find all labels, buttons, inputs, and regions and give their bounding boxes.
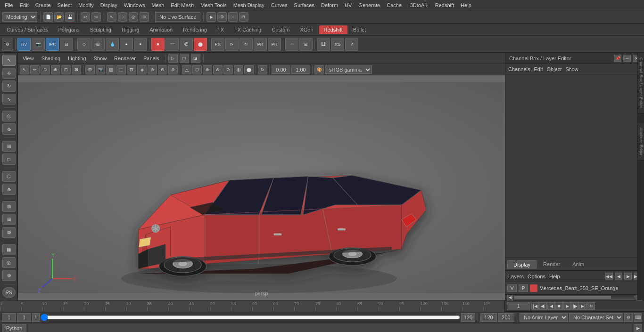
layer-icon-3[interactable]: ▶ xyxy=(624,273,632,280)
cb-pin-btn[interactable]: 📌 xyxy=(614,55,621,62)
scale-tool-lt[interactable]: ⤡ xyxy=(2,94,16,105)
menu-cache[interactable]: Cache xyxy=(384,1,405,9)
shelf-pr2-icon[interactable]: PR xyxy=(254,38,267,51)
vpi-snap[interactable]: ⊕ xyxy=(51,65,60,74)
layer-v-btn[interactable]: V xyxy=(507,284,517,292)
tab-xgen[interactable]: XGen xyxy=(295,25,318,34)
shelf-bowl-icon[interactable]: ⌓ xyxy=(285,38,298,51)
tab-curves-surfaces[interactable]: Curves / Surfaces xyxy=(2,25,52,34)
vpi-12[interactable]: ◈ xyxy=(137,65,147,74)
cb-minimize-btn[interactable]: ─ xyxy=(623,55,631,62)
vpi-select[interactable]: ↖ xyxy=(20,65,29,74)
vp-lighting-menu[interactable]: Lighting xyxy=(65,55,89,62)
shelf-refresh-icon[interactable]: ↻ xyxy=(239,38,253,51)
vpi-9[interactable]: ▩ xyxy=(106,65,116,74)
tool-lt-3[interactable]: ⊠ xyxy=(2,227,16,238)
snap-btn[interactable]: ⊕ xyxy=(140,12,149,22)
menu-help[interactable]: Help xyxy=(458,1,474,9)
render-view-btn[interactable]: ▶ xyxy=(206,12,216,22)
python-input[interactable] xyxy=(28,324,632,332)
menu-file[interactable]: File xyxy=(2,1,16,9)
tool-lt-5[interactable]: ◎ xyxy=(2,257,16,268)
shelf-star-icon[interactable]: ✦ xyxy=(134,38,147,51)
step-fwd-btn[interactable]: |▶ xyxy=(571,302,579,310)
tool-lt-1[interactable]: ⊛ xyxy=(2,184,16,195)
render-settings-btn[interactable]: ⚙ xyxy=(217,12,227,22)
vpi-lasso[interactable]: ⊙ xyxy=(41,65,50,74)
menu-edit[interactable]: Edit xyxy=(17,1,32,9)
vpi-colorspace-icon[interactable]: 🎨 xyxy=(314,65,324,74)
layer-p-btn[interactable]: P xyxy=(519,284,528,292)
shelf-rv-icon[interactable]: RV xyxy=(17,38,31,51)
vp-panels-menu[interactable]: Panels xyxy=(140,55,162,62)
vpi-15[interactable]: ⊜ xyxy=(168,65,178,74)
menu-windows[interactable]: Windows xyxy=(121,1,148,9)
vp-icon-1[interactable]: ▷ xyxy=(168,54,178,63)
sub-frame-input[interactable]: 1 xyxy=(32,313,40,322)
snap-lt[interactable]: ⊕ xyxy=(2,123,16,135)
vpi-18[interactable]: ⊗ xyxy=(203,65,212,74)
save-scene-btn[interactable]: 💾 xyxy=(65,12,74,22)
cb-nav-object[interactable]: Object xyxy=(546,66,561,72)
menu-redshift[interactable]: Redshift xyxy=(432,1,457,9)
vp-colorspace-select[interactable]: sRGB gamma xyxy=(325,65,372,74)
channel-box-edge-label[interactable]: Channel Box / Layer Editor xyxy=(637,53,644,113)
deform-lt[interactable]: ⊠ xyxy=(2,201,16,212)
tab-custom[interactable]: Custom xyxy=(267,25,295,34)
shelf-gear-icon[interactable]: ⚙ xyxy=(2,38,13,51)
vpi-14[interactable]: ⊙ xyxy=(158,65,167,74)
soft-select-lt[interactable]: ◎ xyxy=(2,111,16,122)
new-scene-btn[interactable]: 📄 xyxy=(43,12,53,22)
tool-lt-2[interactable]: ⊞ xyxy=(2,214,16,225)
tab-fx-caching[interactable]: FX Caching xyxy=(230,25,266,34)
menu-generate[interactable]: Generate xyxy=(355,1,383,9)
loop-btn[interactable]: ↻ xyxy=(587,302,595,310)
vpi-paint[interactable]: ✏ xyxy=(30,65,40,74)
grid-lt[interactable]: ⊞ xyxy=(2,141,16,152)
vp-icon-2[interactable]: ▢ xyxy=(180,54,189,63)
vpi-20[interactable]: ⊙ xyxy=(223,65,233,74)
menu-curves[interactable]: Curves xyxy=(268,1,290,9)
layer-row-0[interactable]: V P Mercedes_Benz_350_SE_Orange xyxy=(505,283,644,293)
vpi-5[interactable]: ⊡ xyxy=(61,65,71,74)
range-max-input[interactable] xyxy=(498,313,514,322)
shelf-pr3-icon[interactable]: PR xyxy=(268,38,281,51)
menu-select[interactable]: Select xyxy=(55,1,75,9)
no-live-surface-btn[interactable]: No Live Surface xyxy=(155,12,200,22)
tab-rigging[interactable]: Rigging xyxy=(117,25,144,34)
shelf-grid-icon[interactable]: ⊞ xyxy=(91,38,105,51)
camera-lt[interactable]: □ xyxy=(2,154,16,165)
vp-icon-3[interactable]: ◪ xyxy=(191,54,200,63)
shelf-table-icon[interactable]: ⊟ xyxy=(299,38,313,51)
bb-settings-btn[interactable]: ⚙ xyxy=(624,313,633,322)
mode-selector[interactable]: Modeling xyxy=(2,12,37,22)
vpi-poly[interactable]: △ xyxy=(182,65,191,74)
redo-btn[interactable]: ↪ xyxy=(91,12,101,22)
shelf-wave-icon[interactable]: 〰 xyxy=(165,38,179,51)
tab-sculpting[interactable]: Sculpting xyxy=(85,25,116,34)
menu-deform[interactable]: Deform xyxy=(318,1,341,9)
vp-input-1[interactable] xyxy=(272,65,290,74)
shelf-spiral-icon[interactable]: @ xyxy=(180,38,193,51)
cb-nav-edit[interactable]: Edit xyxy=(534,66,543,72)
shelf-rs-icon[interactable]: RS xyxy=(331,38,344,51)
menu-display[interactable]: Display xyxy=(98,1,120,9)
go-end-btn[interactable]: ▶| xyxy=(579,302,587,310)
vpi-10[interactable]: ⬚ xyxy=(116,65,126,74)
vpi-camera[interactable]: 📷 xyxy=(96,65,105,74)
play-fwd-btn[interactable]: ▶ xyxy=(563,302,571,310)
shelf-circle-icon[interactable]: ⬤ xyxy=(194,38,207,51)
tab-fx[interactable]: FX xyxy=(213,25,229,34)
shelf-question-icon[interactable]: ? xyxy=(345,38,358,51)
menu-mesh-tools[interactable]: Mesh Tools xyxy=(198,1,229,9)
menu-uv[interactable]: UV xyxy=(342,1,355,9)
layer-icon-1[interactable]: ◀◀ xyxy=(605,273,613,280)
vp-renderer-menu[interactable]: Renderer xyxy=(111,55,139,62)
options-btn[interactable]: Options xyxy=(528,274,545,279)
vpi-22[interactable]: ⬤ xyxy=(244,65,254,74)
redshift-lt[interactable]: RS xyxy=(2,287,16,298)
timeline-ruler[interactable]: 1510152025303540455055606570758085909510… xyxy=(0,300,505,312)
range-end-input[interactable] xyxy=(480,313,497,322)
timeline-scrubber[interactable] xyxy=(41,314,460,321)
play-back-btn[interactable]: ◀ xyxy=(547,302,555,310)
